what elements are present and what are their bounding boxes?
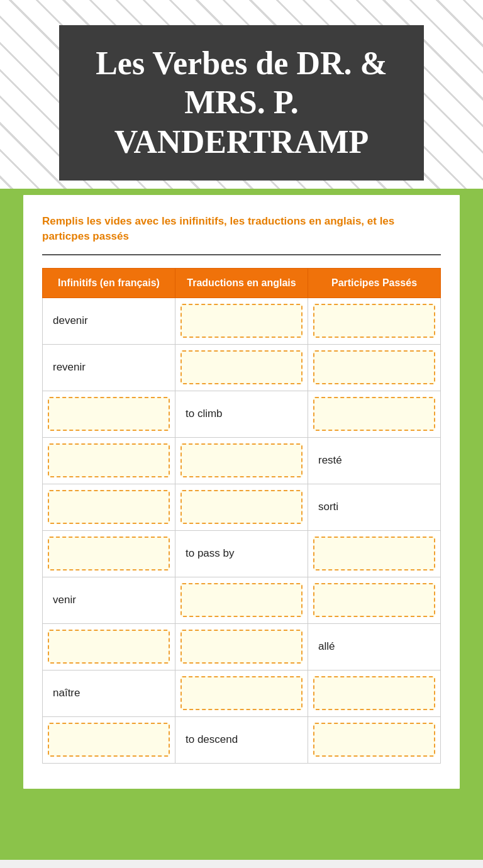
cell-english-1[interactable] [175, 344, 308, 391]
cell-french-4[interactable] [43, 484, 175, 530]
blank-fr-3[interactable] [48, 443, 170, 477]
verb-table: Infinitifs (en français) Traductions en … [42, 268, 441, 764]
text-fr-6: venir [48, 591, 81, 608]
blank-pp-2[interactable] [313, 397, 435, 431]
cell-english-3[interactable] [175, 437, 308, 484]
cell-pp-6[interactable] [308, 577, 441, 623]
cell-pp-2[interactable] [308, 391, 441, 437]
cell-english-9: to descend [175, 716, 308, 763]
table-header-row: Infinitifs (en français) Traductions en … [43, 268, 441, 298]
divider [42, 254, 441, 255]
blank-pp-1[interactable] [313, 350, 435, 384]
instruction-text: Remplis les vides avec les inifinitifs, … [42, 214, 441, 244]
cell-english-6[interactable] [175, 577, 308, 623]
cell-pp-7: allé [308, 623, 441, 670]
table-row: naître [43, 670, 441, 716]
cell-french-1: revenir [43, 344, 175, 391]
cell-french-8: naître [43, 670, 175, 716]
green-background: Remplis les vides avec les inifinitifs, … [0, 181, 483, 860]
cell-pp-5[interactable] [308, 530, 441, 577]
cell-pp-9[interactable] [308, 716, 441, 763]
text-en-2: to climb [180, 405, 228, 422]
text-fr-1: revenir [48, 359, 91, 376]
cell-english-8[interactable] [175, 670, 308, 716]
cell-french-3[interactable] [43, 437, 175, 484]
blank-en-0[interactable] [180, 304, 303, 338]
table-row: devenir [43, 298, 441, 344]
cell-english-7[interactable] [175, 623, 308, 670]
blank-fr-7[interactable] [48, 630, 170, 664]
header-english: Traductions en anglais [175, 268, 308, 298]
cell-french-0: devenir [43, 298, 175, 344]
text-pp-7: allé [313, 638, 340, 655]
page-title: Les Verbes de DR. & MRS. P. VANDERTRAMP [84, 44, 399, 162]
table-row: venir [43, 577, 441, 623]
table-row: resté [43, 437, 441, 484]
cell-french-7[interactable] [43, 623, 175, 670]
cell-pp-4: sorti [308, 484, 441, 530]
cell-pp-3: resté [308, 437, 441, 484]
text-fr-0: devenir [48, 312, 93, 329]
cell-french-6: venir [43, 577, 175, 623]
text-en-5: to pass by [180, 545, 240, 562]
table-row: revenir [43, 344, 441, 391]
table-row: to descend [43, 716, 441, 763]
text-pp-4: sorti [313, 498, 343, 515]
header-participe: Participes Passés [308, 268, 441, 298]
text-en-9: to descend [180, 731, 243, 748]
table-row: to climb [43, 391, 441, 437]
blank-en-3[interactable] [180, 443, 303, 477]
cell-pp-1[interactable] [308, 344, 441, 391]
blank-pp-6[interactable] [313, 583, 435, 617]
blank-en-4[interactable] [180, 490, 303, 524]
header-french: Infinitifs (en français) [43, 268, 175, 298]
table-row: sorti [43, 484, 441, 530]
blank-fr-4[interactable] [48, 490, 170, 524]
cell-english-4[interactable] [175, 484, 308, 530]
content-card: Remplis les vides avec les inifinitifs, … [21, 193, 462, 791]
cell-english-5: to pass by [175, 530, 308, 577]
cell-french-2[interactable] [43, 391, 175, 437]
cell-pp-8[interactable] [308, 670, 441, 716]
cell-english-0[interactable] [175, 298, 308, 344]
cell-french-9[interactable] [43, 716, 175, 763]
blank-en-6[interactable] [180, 583, 303, 617]
title-box: Les Verbes de DR. & MRS. P. VANDERTRAMP [59, 25, 424, 181]
blank-pp-9[interactable] [313, 723, 435, 757]
blank-pp-0[interactable] [313, 304, 435, 338]
blank-fr-5[interactable] [48, 537, 170, 570]
blank-pp-5[interactable] [313, 537, 435, 570]
blank-en-1[interactable] [180, 350, 303, 384]
blank-en-7[interactable] [180, 630, 303, 664]
blank-en-8[interactable] [180, 676, 303, 710]
table-row: allé [43, 623, 441, 670]
table-row: to pass by [43, 530, 441, 577]
text-pp-3: resté [313, 452, 347, 469]
text-fr-8: naître [48, 684, 85, 701]
blank-fr-9[interactable] [48, 723, 170, 757]
blank-pp-8[interactable] [313, 676, 435, 710]
blank-fr-2[interactable] [48, 397, 170, 431]
cell-pp-0[interactable] [308, 298, 441, 344]
cell-english-2: to climb [175, 391, 308, 437]
cell-french-5[interactable] [43, 530, 175, 577]
